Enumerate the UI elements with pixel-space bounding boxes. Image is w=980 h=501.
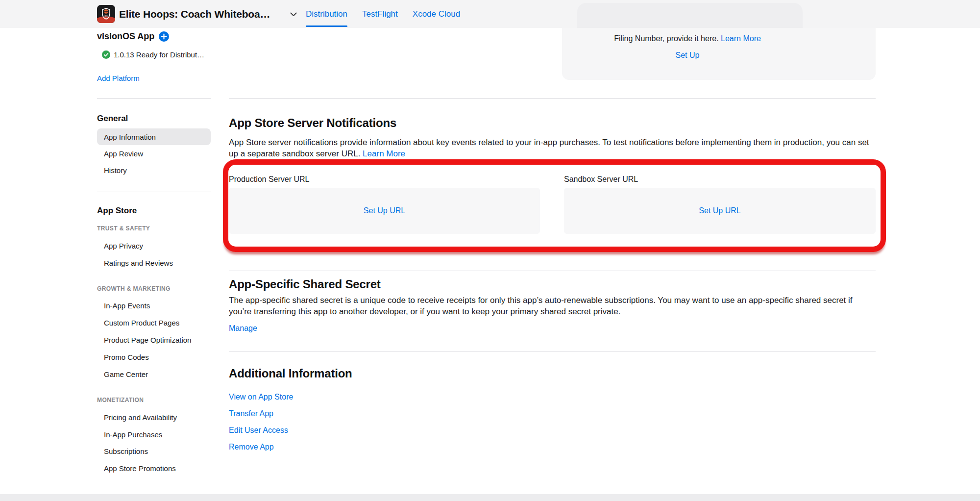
manage-link[interactable]: Manage xyxy=(229,324,257,332)
production-server-url-label: Production Server URL xyxy=(229,175,310,184)
chevron-down-icon[interactable] xyxy=(290,12,297,17)
top-navigation-bar: Elite Hoops: Coach Whiteboa… Distributio… xyxy=(0,0,980,28)
remove-app-link[interactable]: Remove App xyxy=(229,443,274,451)
server-notifications-description-text: App Store server notifications provide i… xyxy=(229,138,869,158)
platform-heading: visionOS App xyxy=(97,31,154,42)
sidebar-heading-app-store: App Store xyxy=(97,206,137,216)
section-title-server-notifications: App Store Server Notifications xyxy=(229,116,396,130)
app-title[interactable]: Elite Hoops: Coach Whiteboa… xyxy=(119,0,270,28)
category-monetization: MONETIZATION xyxy=(97,397,144,403)
sidebar-item-app-information[interactable]: App Information xyxy=(97,128,211,145)
filing-message: Filing Number, provide it here. xyxy=(614,34,718,43)
main-content: App Store Server Notifications App Store… xyxy=(229,28,876,499)
sidebar-item-custom-product-pages[interactable]: Custom Product Pages xyxy=(97,314,211,331)
sidebar-item-app-privacy[interactable]: App Privacy xyxy=(97,237,211,254)
sidebar-item-pricing-and-availability[interactable]: Pricing and Availability xyxy=(97,409,211,426)
sidebar-item-ratings-and-reviews[interactable]: Ratings and Reviews xyxy=(97,254,211,271)
sidebar-item-app-store-promotions[interactable]: App Store Promotions xyxy=(97,460,211,476)
divider xyxy=(229,98,876,99)
footer-bar xyxy=(0,494,980,501)
tab-distribution[interactable]: Distribution xyxy=(306,0,347,28)
divider xyxy=(229,271,876,271)
section-title-shared-secret: App-Specific Shared Secret xyxy=(229,277,381,291)
divider xyxy=(229,351,876,351)
sidebar-item-history[interactable]: History xyxy=(97,162,211,178)
tab-testflight[interactable]: TestFlight xyxy=(362,0,398,28)
server-notifications-learn-more-link[interactable]: Learn More xyxy=(363,149,405,158)
sandbox-set-up-url-link[interactable]: Set Up URL xyxy=(699,206,740,215)
sidebar-item-product-page-optimization[interactable]: Product Page Optimization xyxy=(97,331,211,348)
tab-xcode-cloud[interactable]: Xcode Cloud xyxy=(413,0,460,28)
edit-user-access-link[interactable]: Edit User Access xyxy=(229,426,288,434)
filing-card-top-peek xyxy=(577,3,803,28)
sandbox-server-url-card: Set Up URL xyxy=(564,188,876,234)
view-on-app-store-link[interactable]: View on App Store xyxy=(229,393,293,401)
sidebar-item-subscriptions[interactable]: Subscriptions xyxy=(97,443,211,459)
server-notifications-description: App Store server notifications provide i… xyxy=(229,137,876,159)
category-growth-marketing: GROWTH & MARKETING xyxy=(97,285,171,292)
sidebar-heading-general: General xyxy=(97,114,128,124)
sandbox-server-url-label: Sandbox Server URL xyxy=(564,175,638,184)
divider xyxy=(97,98,211,99)
divider xyxy=(97,192,211,192)
add-platform-link[interactable]: Add Platform xyxy=(97,74,140,82)
filing-learn-more-link[interactable]: Learn More xyxy=(721,34,761,43)
sidebar-item-in-app-purchases[interactable]: In-App Purchases xyxy=(97,426,211,443)
filing-set-up-link[interactable]: Set Up xyxy=(676,51,700,59)
add-version-icon[interactable] xyxy=(159,31,169,42)
section-title-additional-information: Additional Information xyxy=(229,367,352,380)
filing-number-card: Filing Number, provide it here. Learn Mo… xyxy=(562,28,876,80)
version-status-row[interactable]: 1.0.13 Ready for Distribut… xyxy=(102,50,204,59)
transfer-app-link[interactable]: Transfer App xyxy=(229,409,273,418)
sidebar: visionOS App 1.0.13 Ready for Distribut…… xyxy=(97,28,211,494)
header-tabs: Distribution TestFlight Xcode Cloud xyxy=(306,0,460,28)
ready-check-icon xyxy=(102,50,110,59)
sidebar-item-game-center[interactable]: Game Center xyxy=(97,366,211,382)
production-server-url-card: Set Up URL xyxy=(229,188,540,234)
sidebar-item-app-review[interactable]: App Review xyxy=(97,145,211,162)
sidebar-item-in-app-events[interactable]: In-App Events xyxy=(97,297,211,314)
sidebar-item-promo-codes[interactable]: Promo Codes xyxy=(97,349,211,365)
category-trust-safety: TRUST & SAFETY xyxy=(97,225,150,232)
version-status: 1.0.13 Ready for Distribut… xyxy=(114,50,204,59)
shared-secret-description: The app-specific shared secret is a uniq… xyxy=(229,295,876,317)
app-icon xyxy=(97,5,115,23)
page: Elite Hoops: Coach Whiteboa… Distributio… xyxy=(0,0,980,501)
filing-message-line: Filing Number, provide it here. Learn Mo… xyxy=(562,34,813,43)
production-set-up-url-link[interactable]: Set Up URL xyxy=(364,206,405,215)
